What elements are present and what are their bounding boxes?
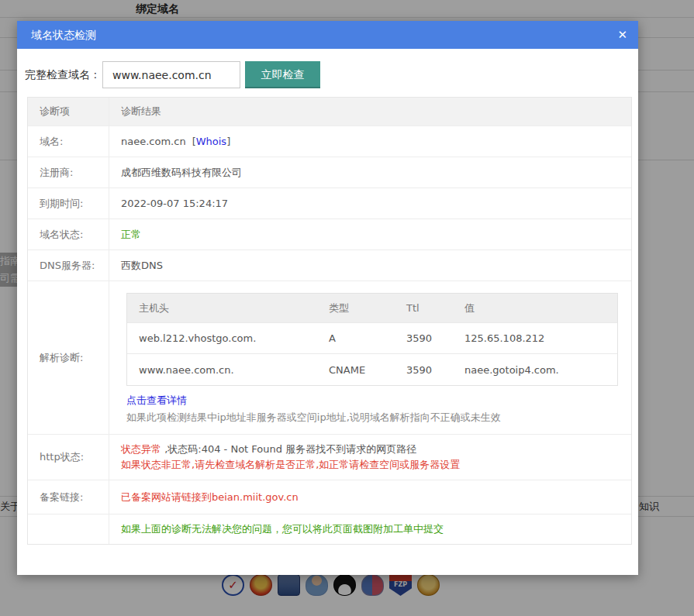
- http-status-line: 状态异常 ,状态码:404 - Not Found 服务器找不到请求的网页路径: [121, 442, 631, 457]
- record-ttl: 3590: [395, 364, 453, 376]
- table-row-resolve: 解析诊断: 主机头 类型 Ttl 值 web.l212.vhostgo.com.…: [28, 281, 631, 435]
- check-now-button[interactable]: 立即检查: [245, 61, 320, 88]
- dns-records-table: 主机头 类型 Ttl 值 web.l212.vhostgo.com. A 359…: [126, 293, 618, 386]
- beian-link[interactable]: beian.miit.gov.cn: [212, 491, 299, 503]
- domain-value: naee.com.cn: [121, 136, 186, 147]
- table-row-registrar: 注册商: 成都西维数码科技有限公司: [28, 157, 631, 188]
- col-host: 主机头: [127, 301, 317, 315]
- http-status-abnormal: 状态异常: [121, 443, 161, 455]
- col-header-result: 诊断结果: [109, 98, 631, 126]
- domain-check-form: 完整检查域名： 立即检查: [25, 61, 638, 88]
- col-value: 值: [453, 301, 617, 315]
- row-label: 解析诊断:: [28, 281, 109, 434]
- diagnosis-table: 诊断项 诊断结果 域名: naee.com.cn [Whois] 注册商: 成都…: [27, 97, 632, 545]
- http-status-warning: 如果状态非正常,请先检查域名解析是否正常,如正常请检查空间或服务器设置: [121, 457, 631, 473]
- record-value: naee.gotoip4.com.: [453, 364, 617, 376]
- record-host: www.naee.com.cn.: [127, 364, 317, 376]
- close-icon[interactable]: ✕: [617, 21, 627, 49]
- registrar-value: 成都西维数码科技有限公司: [109, 157, 631, 188]
- table-row-expire: 到期时间: 2022-09-07 15:24:17: [28, 188, 631, 219]
- domain-input-label: 完整检查域名：: [25, 68, 101, 82]
- dialog-header: 域名状态检测 ✕: [17, 21, 638, 49]
- row-label: 域名:: [28, 126, 109, 157]
- dns-server-value: 西数DNS: [109, 250, 631, 280]
- whois-bracket: ]: [226, 136, 230, 147]
- row-label: [28, 514, 109, 544]
- http-status-result: 状态异常 ,状态码:404 - Not Found 服务器找不到请求的网页路径 …: [109, 435, 631, 480]
- record-row: www.naee.com.cn. CNAME 3590 naee.gotoip4…: [127, 354, 617, 385]
- view-details-link[interactable]: 点击查看详情: [126, 394, 631, 408]
- record-host: web.l212.vhostgo.com.: [127, 332, 317, 344]
- record-row: web.l212.vhostgo.com. A 3590 125.65.108.…: [127, 323, 617, 354]
- domain-status-value: 正常: [109, 219, 631, 249]
- col-ttl: Ttl: [395, 302, 453, 314]
- records-header-row: 主机头 类型 Ttl 值: [127, 294, 617, 323]
- col-type: 类型: [317, 301, 395, 315]
- row-label: 到期时间:: [28, 188, 109, 219]
- row-label: DNS服务器:: [28, 250, 109, 280]
- col-header-item: 诊断项: [28, 98, 109, 126]
- record-type: CNAME: [317, 364, 395, 376]
- resolve-result: 主机头 类型 Ttl 值 web.l212.vhostgo.com. A 359…: [109, 281, 631, 434]
- row-label: 注册商:: [28, 157, 109, 188]
- whois-link[interactable]: Whois: [196, 136, 226, 147]
- table-row-beian: 备案链接: 已备案网站请链接到 beian.miit.gov.cn: [28, 480, 631, 514]
- record-ttl: 3590: [395, 332, 453, 344]
- table-row-domain: 域名: naee.com.cn [Whois]: [28, 126, 631, 157]
- table-row-dns: DNS服务器: 西数DNS: [28, 250, 631, 281]
- table-header-row: 诊断项 诊断结果: [28, 98, 631, 126]
- row-label: 备案链接:: [28, 480, 109, 514]
- http-status-detail: ,状态码:404 - Not Found 服务器找不到请求的网页路径: [161, 443, 416, 455]
- record-type: A: [317, 332, 395, 344]
- beian-text: 已备案网站请链接到: [121, 490, 212, 504]
- row-value: naee.com.cn [Whois]: [109, 126, 631, 157]
- domain-status-check-dialog: 域名状态检测 ✕ 完整检查域名： 立即检查 诊断项 诊断结果 域名: naee.…: [17, 21, 638, 575]
- domain-input[interactable]: [102, 61, 240, 88]
- table-row-final-note: 如果上面的诊断无法解决您的问题，您可以将此页面截图附加工单中提交: [28, 514, 631, 544]
- beian-result: 已备案网站请链接到 beian.miit.gov.cn: [109, 480, 631, 514]
- table-row-status: 域名状态: 正常: [28, 219, 631, 250]
- dialog-title: 域名状态检测: [31, 29, 96, 41]
- expire-value: 2022-09-07 15:24:17: [109, 188, 631, 219]
- row-label: http状态:: [28, 435, 109, 480]
- table-row-http: http状态: 状态异常 ,状态码:404 - Not Found 服务器找不到…: [28, 435, 631, 480]
- record-value: 125.65.108.212: [453, 332, 617, 344]
- row-label: 域名状态:: [28, 219, 109, 249]
- final-note: 如果上面的诊断无法解决您的问题，您可以将此页面截图附加工单中提交: [109, 514, 631, 544]
- resolve-note: 如果此项检测结果中ip地址非服务器或空间ip地址,说明域名解析指向不正确或未生效: [126, 411, 631, 425]
